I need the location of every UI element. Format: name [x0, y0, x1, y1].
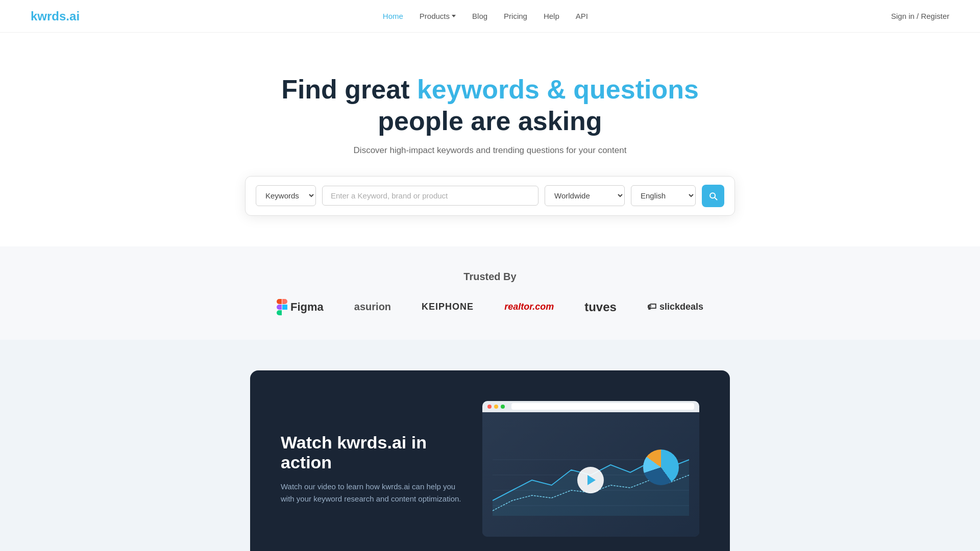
search-input[interactable] — [322, 186, 538, 206]
browser-dot-yellow — [494, 405, 498, 409]
nav-products[interactable]: Products — [420, 12, 456, 20]
search-button[interactable] — [702, 185, 724, 207]
video-description: Watch our video to learn how kwrds.ai ca… — [281, 481, 462, 505]
hero-section: Find great keywords & questions people a… — [0, 33, 980, 246]
navbar: kwrds.ai Home Products Blog Pricing Help… — [0, 0, 980, 33]
nav-home[interactable]: Home — [383, 12, 403, 20]
logo-slickdeals: 🏷 slickdeals — [647, 302, 703, 312]
browser-chrome — [482, 401, 699, 412]
nav-auth: Sign in / Register — [891, 12, 949, 21]
play-button[interactable] — [577, 467, 604, 493]
language-select[interactable]: English Spanish French German Portuguese — [631, 185, 696, 206]
sign-in-register-link[interactable]: Sign in / Register — [891, 12, 949, 20]
products-dropdown-icon — [452, 15, 456, 17]
trusted-heading: Trusted By — [10, 271, 970, 283]
logo-tuves: tuves — [584, 300, 617, 314]
video-title: Watch kwrds.ai in action — [281, 433, 462, 472]
browser-url-bar — [511, 403, 694, 410]
search-icon — [708, 191, 718, 201]
nav-api[interactable]: API — [576, 12, 588, 20]
trusted-logos: Figma asurion KEIPHONE realtor.com tuves… — [10, 299, 970, 315]
nav-links: Home Products Blog Pricing Help API — [383, 12, 588, 21]
nav-pricing[interactable]: Pricing — [504, 12, 527, 20]
hero-subtitle: Discover high-impact keywords and trendi… — [10, 145, 970, 156]
browser-dot-green — [501, 405, 505, 409]
nav-help[interactable]: Help — [544, 12, 559, 20]
location-select[interactable]: Worldwide United States United Kingdom C… — [545, 185, 625, 206]
figma-icon — [277, 299, 287, 315]
brand-logo[interactable]: kwrds.ai — [31, 9, 80, 23]
logo-realtor: realtor.com — [504, 302, 554, 312]
logo-keiphone: KEIPHONE — [422, 302, 474, 312]
logo-figma: Figma — [277, 299, 324, 315]
search-type-select[interactable]: Keywords Questions Both — [256, 185, 316, 206]
video-frame — [482, 401, 699, 537]
search-container: Keywords Questions Both Worldwide United… — [245, 176, 735, 216]
video-text: Watch kwrds.ai in action Watch our video… — [281, 433, 462, 505]
nav-blog[interactable]: Blog — [472, 12, 487, 20]
browser-dot-red — [487, 405, 492, 409]
logo-asurion: asurion — [354, 301, 391, 313]
hero-title: Find great keywords & questions people a… — [260, 73, 720, 137]
chart-area — [482, 412, 699, 537]
pie-chart — [643, 449, 679, 485]
video-preview — [482, 401, 699, 537]
trusted-section: Trusted By Figma asurion KEIPHONE realto… — [0, 246, 980, 340]
video-card: Watch kwrds.ai in action Watch our video… — [250, 370, 730, 551]
video-section: Watch kwrds.ai in action Watch our video… — [0, 340, 980, 551]
